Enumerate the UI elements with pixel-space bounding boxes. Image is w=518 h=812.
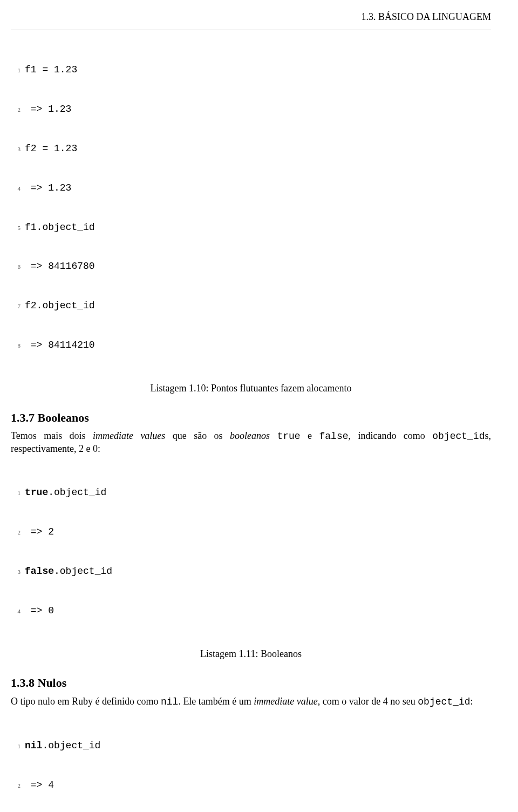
code-text: f2.object_id [25, 299, 95, 312]
running-header: 1.3. BÁSICO DA LINGUAGEM [11, 11, 491, 23]
heading-1-3-8: 1.3.8 Nulos [11, 675, 491, 691]
italic-text: booleanos [230, 430, 270, 441]
line-no: 1 [11, 63, 21, 76]
text: O tipo nulo em Ruby é definido como [11, 696, 161, 707]
line-no: 6 [11, 260, 21, 273]
text: Temos mais dois [11, 430, 93, 441]
code-text: => 84114210 [25, 339, 95, 351]
mono-text: false [319, 431, 349, 442]
listing-caption: Listagem 1.10: Pontos flutuantes fazem a… [11, 382, 491, 395]
code-text: => 1.23 [25, 103, 71, 116]
text: : [471, 696, 473, 707]
mono-text: true [277, 431, 300, 442]
paragraph: O tipo nulo em Ruby é definido como nil.… [11, 695, 491, 708]
line-no: 2 [11, 103, 21, 116]
code-listing-1-12: 1nil.object_id 2 => 4 [11, 713, 491, 812]
line-no: 4 [11, 604, 21, 617]
line-no: 3 [11, 565, 21, 578]
line-no: 1 [11, 739, 21, 752]
code-text: true.object_id [25, 486, 106, 499]
code-text: f1 = 1.23 [25, 63, 77, 76]
text [270, 430, 277, 441]
line-no: 1 [11, 486, 21, 499]
code-text: false.object_id [25, 565, 112, 578]
code-text: => 0 [25, 604, 54, 617]
paragraph: Temos mais dois immediate values que são… [11, 430, 491, 456]
header-rule [11, 30, 491, 30]
text: e [301, 430, 319, 441]
text: , com o valor de 4 no seu [318, 696, 418, 707]
italic-text: immediate values [93, 430, 165, 441]
code-listing-1-10: 1f1 = 1.23 2 => 1.23 3f2 = 1.23 4 => 1.2… [11, 37, 491, 378]
text: , indicando como [349, 430, 433, 441]
mono-text: object_id [432, 431, 485, 442]
mono-text: nil [161, 696, 178, 707]
code-listing-1-11: 1true.object_id 2 => 2 3false.object_id … [11, 460, 491, 644]
text: . Ele também é um [178, 696, 254, 707]
line-no: 4 [11, 181, 21, 194]
code-text: f2 = 1.23 [25, 142, 77, 155]
code-text: nil.object_id [25, 739, 100, 752]
line-no: 5 [11, 221, 21, 234]
line-no: 2 [11, 779, 21, 791]
mono-text: object_id [418, 696, 470, 707]
code-text: => 4 [25, 779, 54, 791]
italic-text: immediate value [254, 696, 317, 707]
line-no: 2 [11, 525, 21, 538]
line-no: 7 [11, 299, 21, 312]
line-no: 3 [11, 142, 21, 155]
text: que são os [165, 430, 230, 441]
code-text: f1.object_id [25, 221, 95, 234]
code-text: => 84116780 [25, 260, 95, 273]
line-no: 8 [11, 339, 21, 351]
page: 1.3. BÁSICO DA LINGUAGEM 1f1 = 1.23 2 =>… [0, 0, 518, 812]
code-text: => 1.23 [25, 181, 71, 194]
heading-1-3-7: 1.3.7 Booleanos [11, 410, 491, 426]
code-text: => 2 [25, 525, 54, 538]
listing-caption: Listagem 1.11: Booleanos [11, 648, 491, 660]
